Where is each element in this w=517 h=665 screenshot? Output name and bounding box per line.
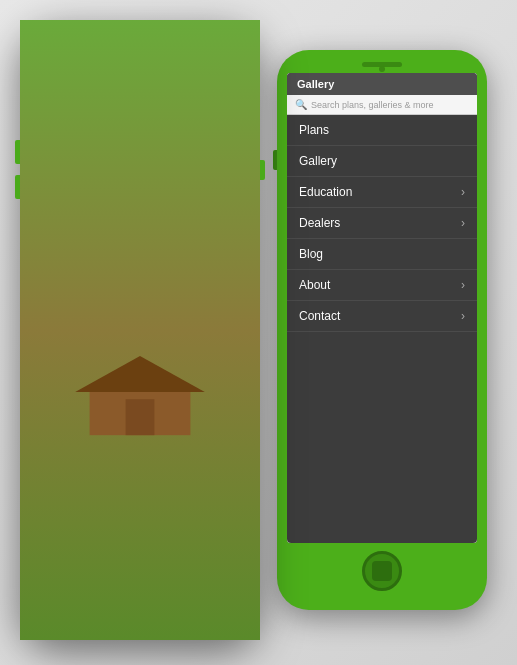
svg-rect-21	[126, 399, 155, 435]
menu-item-label: Gallery	[299, 154, 337, 168]
cabin2-svg	[68, 144, 212, 569]
menu-item-blog[interactable]: Blog	[287, 239, 477, 270]
menu-item-dealers[interactable]: Dealers ›	[287, 208, 477, 239]
menu-screen: enu Gallery 🔍 Search plans, galleries & …	[287, 73, 477, 543]
gallery-image-2[interactable]	[38, 345, 242, 405]
chevron-right-icon: ›	[461, 185, 465, 199]
search-placeholder: Search plans, galleries & more	[311, 100, 434, 110]
phone-screen-front: KATAHDIN CEDAR LOG HOMES My Account	[30, 50, 250, 569]
phone-screen-back: enu Gallery 🔍 Search plans, galleries & …	[287, 73, 477, 543]
home-button-back[interactable]	[362, 551, 402, 591]
chevron-right-icon: ›	[461, 278, 465, 292]
menu-title: Gallery	[297, 78, 334, 90]
menu-item-label: Dealers	[299, 216, 340, 230]
menu-item-about[interactable]: About ›	[287, 270, 477, 301]
menu-item-label: About	[299, 278, 330, 292]
volume-button-back	[273, 150, 277, 170]
gallery-screen: KATAHDIN CEDAR LOG HOMES My Account	[30, 50, 250, 569]
menu-item-gallery[interactable]: Gallery	[287, 146, 477, 177]
menu-item-contact[interactable]: Contact ›	[287, 301, 477, 332]
menu-item-education[interactable]: Education ›	[287, 177, 477, 208]
chevron-right-icon: ›	[461, 216, 465, 230]
menu-item-label: Plans	[299, 123, 329, 137]
search-icon: 🔍	[295, 99, 307, 110]
phone-back: enu Gallery 🔍 Search plans, galleries & …	[277, 50, 487, 610]
menu-item-label: Contact	[299, 309, 340, 323]
chevron-right-icon: ›	[461, 309, 465, 323]
camera-back	[379, 66, 385, 72]
menu-overlay: Gallery 🔍 Search plans, galleries & more…	[287, 73, 477, 543]
home-button-inner-back	[372, 561, 392, 581]
menu-item-label: Blog	[299, 247, 323, 261]
phone-front: KATAHDIN CEDAR LOG HOMES My Account	[20, 20, 260, 640]
menu-overlay-header: Gallery	[287, 73, 477, 95]
menu-search-bar[interactable]: 🔍 Search plans, galleries & more	[287, 95, 477, 115]
power-button	[260, 160, 265, 180]
svg-marker-20	[75, 356, 205, 392]
menu-item-label: Education	[299, 185, 352, 199]
menu-item-plans[interactable]: Plans	[287, 115, 477, 146]
